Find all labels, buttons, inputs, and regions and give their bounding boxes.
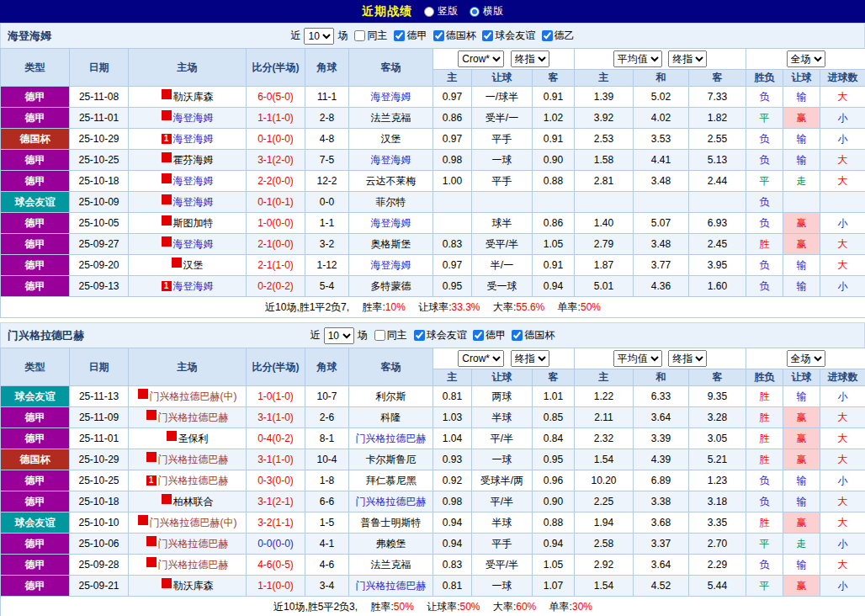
league-checkbox-input[interactable] bbox=[482, 30, 493, 41]
home-team-name: 门兴格拉德巴赫 bbox=[158, 475, 229, 486]
odds-home-value: 0.81 bbox=[433, 386, 472, 407]
match-row: 德甲 25-11-09 门兴格拉德巴赫 3-1(1-0) 2-6 科隆 1.03… bbox=[1, 407, 865, 428]
home-team-name: 柏林联合 bbox=[173, 496, 214, 507]
odds-handicap-value: 一球 bbox=[472, 449, 533, 470]
result-handicap: 走 bbox=[783, 534, 820, 555]
result-goals: 小 bbox=[820, 213, 865, 234]
league-type-cell: 德甲 bbox=[1, 234, 70, 255]
result-handicap: 赢 bbox=[783, 234, 820, 255]
league-filter-checkbox[interactable]: 德甲 bbox=[470, 328, 506, 343]
bookmaker-select[interactable]: Crow* bbox=[458, 50, 504, 67]
radio-horizontal-icon[interactable] bbox=[470, 7, 480, 17]
result-win-draw-loss: 平 bbox=[746, 534, 783, 555]
col-avg-away: 客 bbox=[689, 70, 746, 87]
match-date: 25-10-18 bbox=[70, 171, 129, 192]
marker-1-badge: 1 bbox=[162, 134, 172, 144]
col-score: 比分(半场) bbox=[247, 49, 305, 87]
league-filter-checkbox[interactable]: 德国杯 bbox=[430, 29, 476, 43]
same-home-input[interactable] bbox=[354, 30, 365, 41]
avg-draw-odds: 3.39 bbox=[634, 428, 689, 449]
marker-1-badge bbox=[162, 215, 172, 226]
away-team-name: 利尔斯 bbox=[376, 390, 406, 402]
bookmaker-select[interactable]: Crow* bbox=[458, 350, 504, 367]
result-goals: 小 bbox=[820, 386, 865, 407]
match-date: 25-11-08 bbox=[70, 87, 129, 108]
odds-handicap-value: 平手 bbox=[472, 129, 533, 150]
away-team-name: 法兰克福 bbox=[371, 559, 411, 571]
league-filter-checkbox[interactable]: 球会友谊 bbox=[479, 29, 535, 43]
avg-select[interactable]: 平均值 bbox=[613, 50, 662, 67]
result-goals: 大 bbox=[820, 491, 865, 512]
league-filter-checkbox[interactable]: 德国杯 bbox=[508, 328, 555, 343]
avg-stage-select[interactable]: 终指 bbox=[668, 50, 707, 67]
avg-stage-select[interactable]: 终指 bbox=[668, 350, 707, 367]
summary-row: 近10场,胜1平2负7, 胜率:10% 让球率:33.3% 大率:55.6% 单… bbox=[1, 297, 865, 318]
league-checkbox-input[interactable] bbox=[473, 330, 484, 341]
same-home-checkbox[interactable]: 同主 bbox=[371, 328, 407, 343]
result-handicap: 输 bbox=[783, 87, 820, 108]
avg-away-odds: 2.55 bbox=[689, 129, 746, 150]
odds-home-value: 0.98 bbox=[433, 491, 472, 512]
result-win-draw-loss: 胜 bbox=[746, 407, 783, 428]
odds-away-value bbox=[533, 192, 575, 213]
odds-away-value: 0.86 bbox=[533, 213, 575, 234]
marker-1-badge bbox=[162, 89, 172, 99]
score-cell: 1-1(0-0) bbox=[247, 576, 305, 597]
fulltime-select[interactable]: 全场 bbox=[787, 50, 825, 67]
col-result-handicap: 让球 bbox=[783, 369, 820, 386]
result-goals: 大 bbox=[820, 255, 865, 276]
col-avg-home: 主 bbox=[575, 70, 634, 87]
result-win-draw-loss: 负 bbox=[746, 491, 783, 512]
avg-draw-odds: 3.38 bbox=[634, 491, 689, 512]
marker-1-badge bbox=[162, 194, 172, 204]
league-filter-checkbox[interactable]: 德乙 bbox=[539, 29, 575, 43]
result-handicap: 输 bbox=[783, 555, 820, 576]
same-home-checkbox[interactable]: 同主 bbox=[351, 29, 387, 43]
col-home: 主场 bbox=[129, 49, 247, 87]
games-label: 场 bbox=[337, 29, 348, 43]
avg-away-odds: 2.29 bbox=[689, 555, 746, 576]
radio-vertical-icon[interactable] bbox=[424, 7, 434, 17]
layout-radio-vertical[interactable]: 竖版 bbox=[424, 4, 458, 19]
home-team-name: 海登海姆 bbox=[173, 280, 214, 292]
odds-home-value: 0.97 bbox=[433, 255, 472, 276]
radio-vertical-label: 竖版 bbox=[438, 4, 458, 19]
league-checkbox-input[interactable] bbox=[433, 30, 444, 41]
league-checkbox-input[interactable] bbox=[414, 330, 425, 341]
same-home-input[interactable] bbox=[374, 330, 385, 341]
col-avg-home: 主 bbox=[575, 369, 634, 386]
avg-draw-odds: 3.37 bbox=[634, 534, 689, 555]
col-odds-handicap: 让球 bbox=[472, 70, 533, 87]
win-rate-value: 50% bbox=[394, 601, 414, 613]
league-checkbox-input[interactable] bbox=[394, 30, 405, 41]
fulltime-group-header: 全场 bbox=[746, 348, 865, 369]
match-count-select[interactable]: 10 bbox=[324, 327, 354, 344]
handicap-rate-label: 让球率: bbox=[427, 601, 459, 613]
match-row: 球会友谊 25-10-10 门兴格拉德巴赫(中) 3-2(1-1) 1-5 普鲁… bbox=[1, 512, 865, 534]
league-filter-checkbox[interactable]: 德甲 bbox=[390, 29, 427, 43]
odds-stage-select[interactable]: 终指 bbox=[511, 50, 549, 67]
match-row: 德甲 25-10-25 1门兴格拉德巴赫 0-3(0-0) 1-8 拜仁慕尼黑 … bbox=[1, 470, 865, 491]
league-checkbox-input[interactable] bbox=[542, 30, 553, 41]
result-handicap: 输 bbox=[783, 276, 820, 297]
odds-handicap-value: 受一球 bbox=[472, 276, 533, 297]
match-count-select[interactable]: 10 bbox=[304, 28, 334, 45]
col-away: 客场 bbox=[349, 49, 433, 87]
league-type-cell: 德甲 bbox=[1, 213, 70, 234]
match-row: 德甲 25-11-01 海登海姆 1-1(1-0) 2-8 法兰克福 0.86 … bbox=[1, 108, 865, 129]
home-team-cell: 门兴格拉德巴赫 bbox=[129, 555, 247, 576]
avg-home-odds: 1.39 bbox=[575, 87, 634, 108]
avg-select[interactable]: 平均值 bbox=[613, 350, 662, 367]
odds-home-value: 1.00 bbox=[433, 171, 472, 192]
avg-home-odds: 2.58 bbox=[575, 534, 634, 555]
league-filter-checkbox[interactable]: 球会友谊 bbox=[411, 328, 467, 343]
avg-home-odds: 1.94 bbox=[575, 512, 634, 534]
result-goals: 大 bbox=[820, 449, 865, 470]
score-cell: 0-4(0-2) bbox=[247, 428, 305, 449]
fulltime-select[interactable]: 全场 bbox=[787, 350, 825, 367]
odds-stage-select[interactable]: 终指 bbox=[511, 350, 549, 367]
score-cell: 0-1(0-0) bbox=[247, 129, 305, 150]
avg-away-odds: 9.35 bbox=[689, 386, 746, 407]
league-checkbox-input[interactable] bbox=[512, 330, 523, 341]
layout-radio-horizontal[interactable]: 横版 bbox=[470, 4, 503, 19]
